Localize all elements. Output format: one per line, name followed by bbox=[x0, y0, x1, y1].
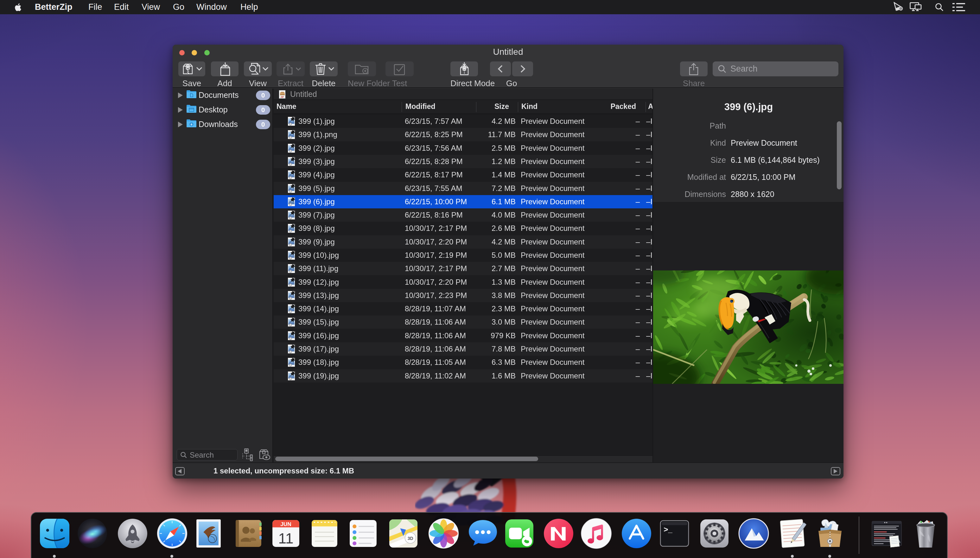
svg-text:ZIP: ZIP bbox=[281, 96, 284, 98]
svg-text:3D: 3D bbox=[408, 536, 414, 541]
svg-text:11: 11 bbox=[278, 530, 293, 547]
svg-text:>_: >_ bbox=[663, 525, 673, 533]
svg-text:JUN: JUN bbox=[280, 521, 291, 527]
